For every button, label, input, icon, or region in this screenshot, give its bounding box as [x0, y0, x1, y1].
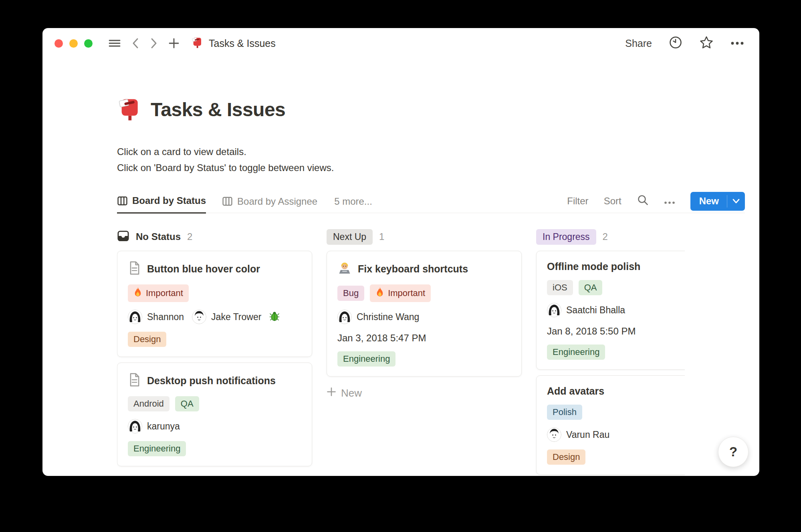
person-name: karunya	[147, 421, 180, 432]
page-icon	[128, 261, 141, 277]
kanban-board: No Status 2 Button blue hover color	[117, 228, 685, 476]
breadcrumb[interactable]: Tasks & Issues	[191, 36, 276, 50]
more-options-icon[interactable]	[730, 40, 744, 47]
beetle-icon	[269, 311, 280, 323]
updates-clock-icon[interactable]	[669, 36, 682, 51]
person-name: Christine Wang	[357, 312, 419, 322]
column-next-up: Next Up 1 Fix keyboard shortcuts Bug	[327, 228, 522, 476]
tag-engineering: Engineering	[128, 441, 186, 456]
column-in-progress: In Progress 2 Offline mode polish iOS QA	[536, 228, 685, 476]
nav-back-icon[interactable]	[132, 38, 139, 49]
sort-button[interactable]: Sort	[604, 195, 621, 207]
new-page-icon[interactable]	[169, 38, 179, 48]
chevron-down-icon[interactable]	[727, 192, 745, 211]
fire-icon	[375, 287, 384, 300]
tag-polish: Polish	[547, 405, 582, 420]
sidebar-toggle-icon[interactable]	[109, 38, 121, 48]
search-icon[interactable]	[637, 194, 649, 208]
tab-label: Board by Assignee	[237, 196, 317, 207]
close-window-button[interactable]	[54, 39, 63, 48]
app-window: Tasks & Issues Share Tasks & Issues	[42, 28, 759, 476]
tab-label: Board by Status	[132, 195, 206, 206]
tab-board-by-status[interactable]: Board by Status	[117, 189, 206, 214]
tag-android: Android	[128, 396, 169, 411]
tab-board-by-assignee[interactable]: Board by Assignee	[222, 190, 317, 213]
tag-important: Important	[128, 284, 189, 302]
column-no-status: No Status 2 Button blue hover color	[117, 228, 312, 476]
filter-button[interactable]: Filter	[567, 195, 588, 207]
page-mailbox-icon	[117, 96, 142, 124]
view-toolbar: Board by Status Board by Assignee 5 more…	[117, 189, 745, 213]
card-title: Offline mode polish	[547, 261, 640, 272]
card-title: Add avatars	[547, 385, 604, 397]
page-icon	[128, 373, 141, 389]
tab-more-views[interactable]: 5 more...	[334, 190, 372, 213]
person-name: Jake Trower	[211, 312, 261, 322]
zoom-window-button[interactable]	[84, 39, 93, 48]
favorite-star-icon[interactable]	[699, 36, 714, 51]
inbox-icon	[117, 230, 129, 244]
card-fix-keyboard-shortcuts[interactable]: Fix keyboard shortcuts Bug Important	[327, 251, 522, 377]
person-name: Saatchi Bhalla	[566, 305, 625, 316]
new-button-label: New	[690, 192, 727, 211]
minimize-window-button[interactable]	[69, 39, 78, 48]
titlebar: Tasks & Issues Share	[42, 28, 759, 58]
tag-bug: Bug	[337, 286, 364, 301]
avatar-varun-rau	[547, 427, 561, 442]
avatar-shannon	[128, 310, 142, 324]
avatar-christine-wang	[337, 310, 352, 324]
card-title: Desktop push notifications	[147, 375, 276, 387]
tag-ios: iOS	[547, 280, 573, 295]
person-name: Varun Rau	[566, 429, 609, 440]
help-button[interactable]: ?	[718, 437, 749, 467]
column-count: 2	[187, 231, 192, 242]
tag-qa: QA	[175, 396, 199, 411]
column-count: 1	[379, 231, 384, 242]
avatar-karunya	[128, 419, 142, 433]
tag-engineering: Engineering	[337, 351, 395, 367]
column-title[interactable]: In Progress	[536, 229, 596, 245]
page-description-line1: Click on a card to view details.	[117, 144, 759, 160]
avatar-saatchi-bhalla	[547, 303, 561, 317]
column-count: 2	[603, 231, 608, 242]
card-button-blue-hover-color[interactable]: Button blue hover color Important	[117, 251, 312, 357]
board-more-options-icon[interactable]	[664, 195, 675, 207]
page-title: Tasks & Issues	[151, 99, 285, 121]
card-offline-mode-polish[interactable]: Offline mode polish iOS QA Saatchi Bhall…	[536, 251, 685, 370]
technologist-emoji-icon	[337, 261, 352, 277]
mailbox-icon	[191, 36, 203, 50]
plus-icon	[327, 387, 336, 399]
new-card-button[interactable]: New	[327, 387, 522, 399]
share-button[interactable]: Share	[625, 38, 652, 49]
tag-important: Important	[370, 284, 431, 302]
tag-design: Design	[128, 332, 166, 347]
nav-forward-icon[interactable]	[150, 38, 157, 49]
card-title: Fix keyboard shortcuts	[358, 263, 468, 275]
card-add-avatars[interactable]: Add avatars Polish Varun Rau Design	[536, 375, 685, 475]
card-desktop-push-notifications[interactable]: Desktop push notifications Android QA ka…	[117, 363, 312, 466]
card-date: Jan 3, 2018 5:47 PM	[337, 332, 511, 344]
tag-engineering: Engineering	[547, 345, 605, 360]
person-name: Shannon	[147, 312, 184, 322]
new-button[interactable]: New	[690, 192, 745, 211]
column-title[interactable]: No Status	[136, 231, 181, 242]
window-doc-title: Tasks & Issues	[209, 38, 276, 49]
tag-design: Design	[547, 449, 585, 465]
tag-qa: QA	[579, 280, 603, 295]
card-date: Jan 8, 2018 5:50 PM	[547, 326, 685, 337]
page-description-line2: Click on 'Board by Status' to toggle bet…	[117, 160, 759, 176]
column-title[interactable]: Next Up	[327, 229, 373, 245]
avatar-jake-trower	[192, 310, 206, 324]
card-title: Button blue hover color	[147, 263, 260, 275]
traffic-lights	[54, 39, 93, 48]
fire-icon	[133, 287, 142, 300]
